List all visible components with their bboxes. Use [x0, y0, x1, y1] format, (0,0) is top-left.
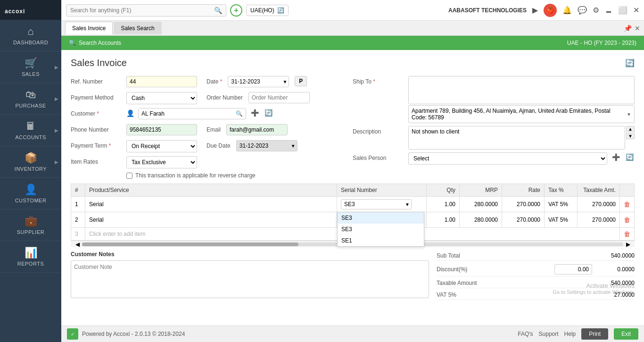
search-accounts-button[interactable]: 🔍 Search Accounts — [69, 40, 121, 46]
print-button[interactable]: Print — [581, 328, 608, 340]
delete-row-button[interactable]: 🗑 — [624, 200, 630, 208]
payment-method-label: Payment Method — [71, 92, 123, 101]
dropdown-item-se3-2[interactable]: SE3 — [338, 224, 424, 235]
date-input[interactable] — [228, 76, 289, 87]
customer-notes-input[interactable] — [71, 260, 429, 298]
settings-icon[interactable]: ⚙ — [593, 6, 599, 15]
sidebar-item-inventory[interactable]: 📦 INVENTORY ▶ — [0, 146, 61, 178]
help-link[interactable]: Help — [564, 331, 576, 337]
tab-close-button[interactable]: ✕ — [635, 25, 640, 32]
row-qty: 1.00 — [427, 197, 460, 212]
invoice-container: Sales Invoice 🔄 Ref. Number Date * ▼ — [61, 50, 644, 325]
faq-link[interactable]: FAQ's — [518, 331, 533, 337]
chevron-right-icon: ▶ — [55, 65, 58, 70]
vat-label: VAT 5% — [437, 292, 456, 298]
close-icon[interactable]: ✕ — [633, 6, 639, 15]
customer-input[interactable] — [139, 108, 233, 119]
scrollbar-thumb[interactable] — [82, 242, 298, 246]
ship-to-input[interactable] — [408, 76, 635, 104]
sub-total-value: 540.0000 — [597, 252, 635, 259]
due-date-input[interactable] — [236, 140, 297, 151]
main-content: 🔍 + UAE(HO) 🔄 AABASOFT TECHNOLOGIES ▶ 🍎 … — [61, 0, 644, 342]
delete-row-button[interactable]: 🗑 — [624, 230, 630, 238]
tab-pin-button[interactable]: 📌 — [624, 25, 632, 32]
dashboard-icon: ⌂ — [27, 25, 33, 38]
avatar: 🍎 — [544, 4, 557, 17]
customer-avatar-icon: 👤 — [126, 108, 134, 117]
dropdown-item-se3-1[interactable]: SE3 — [338, 212, 424, 224]
company-selector[interactable]: UAE(HO) 🔄 — [246, 5, 289, 16]
ship-to-dropdown[interactable]: Apartment 789, Building 456, Al Nuaimiya… — [408, 105, 635, 123]
app-logo: accoxi — [0, 0, 61, 20]
delete-row-button[interactable]: 🗑 — [624, 216, 630, 224]
item-rates-select[interactable]: Tax Exclusive Tax Inclusive — [126, 156, 197, 168]
row-num: 2 — [71, 212, 85, 228]
row-rate: 270.0000 — [502, 197, 545, 212]
exit-button[interactable]: Exit — [614, 328, 638, 340]
sidebar-item-reports[interactable]: 📊 REPORTS — [0, 241, 61, 273]
payment-term-select[interactable]: On Receipt Net 30 — [126, 140, 197, 152]
refresh-button[interactable]: 🔄 — [625, 58, 635, 67]
description-scroll-up[interactable]: ▲ — [626, 126, 635, 132]
email-input[interactable] — [226, 124, 288, 135]
row-serial: ▼ SE3 SE3 SE1 — [337, 197, 427, 212]
ref-number-row: Ref. Number Date * ▼ P — [71, 76, 353, 89]
sidebar-item-label: DASHBOARD — [13, 40, 48, 45]
global-search-box[interactable]: 🔍 — [66, 4, 226, 17]
minimize-icon[interactable]: 🗕 — [605, 6, 612, 15]
tab-sales-invoice[interactable]: Sales Invoice — [65, 22, 113, 34]
tab-label: Sales Invoice — [72, 25, 106, 32]
add-customer-button[interactable]: ➕ — [250, 108, 260, 117]
sidebar-item-sales[interactable]: 🛒 SALES ▶ — [0, 51, 61, 83]
reverse-charge-row: This transaction is applicable for rever… — [71, 172, 353, 179]
col-rate: Rate — [502, 184, 545, 197]
taxable-amount-row: Taxable Amount 540.0000 — [437, 278, 635, 288]
row-taxable: 270.0000 — [578, 197, 620, 212]
scroll-right-btn[interactable]: ▶ — [623, 241, 633, 248]
add-sales-person-button[interactable]: ➕ — [611, 152, 621, 162]
support-link[interactable]: Support — [539, 331, 559, 337]
chat-icon[interactable]: 💬 — [578, 6, 587, 15]
bell-icon[interactable]: 🔔 — [562, 6, 572, 15]
refresh-customer-button[interactable]: 🔄 — [264, 108, 273, 117]
order-number-input[interactable] — [248, 92, 310, 103]
sidebar-item-supplier[interactable]: 💼 SUPPLIER — [0, 209, 61, 241]
sidebar: accoxi ⌂ DASHBOARD 🛒 SALES ▶ 🛍 PURCHASE … — [0, 0, 61, 342]
sidebar-item-purchase[interactable]: 🛍 PURCHASE ▶ — [0, 83, 61, 115]
reverse-charge-checkbox[interactable] — [126, 173, 132, 179]
refresh-sales-person-button[interactable]: 🔄 — [625, 152, 635, 162]
sidebar-item-accounts[interactable]: 🖩 ACCOUNTS ▶ — [0, 115, 61, 146]
dropdown-item-se1[interactable]: SE1 — [338, 235, 424, 246]
calendar-icon: ▼ — [282, 79, 287, 84]
topbar-right: AABASOFT TECHNOLOGIES ▶ 🍎 🔔 💬 ⚙ 🗕 ⬜ ✕ — [448, 4, 639, 17]
row-qty: 1.00 — [427, 212, 460, 228]
scroll-left-btn[interactable]: ◀ — [73, 241, 82, 248]
maximize-icon[interactable]: ⬜ — [618, 6, 627, 15]
customer-search-icon[interactable]: 🔍 — [233, 110, 246, 117]
p-button[interactable]: P — [295, 76, 307, 86]
description-input[interactable]: Not shown to client — [408, 126, 625, 150]
search-icon[interactable]: 🔍 — [214, 7, 222, 14]
refresh-company-icon[interactable]: 🔄 — [277, 7, 284, 14]
sales-person-select[interactable]: Select — [408, 152, 607, 165]
serial-dropdown[interactable]: ▼ — [341, 199, 412, 209]
sidebar-item-customer[interactable]: 👤 CUSTOMER — [0, 178, 61, 209]
serial-dropdown-popup: SE3 SE3 SE1 — [337, 212, 424, 247]
sidebar-item-dashboard[interactable]: ⌂ DASHBOARD — [0, 20, 61, 51]
phone-input[interactable] — [126, 124, 197, 135]
ship-to-row: Ship To * Apartment 789, Building 456, A… — [353, 76, 635, 123]
form-left: Ref. Number Date * ▼ P Payment Method — [71, 76, 353, 179]
tab-sales-search[interactable]: Sales Search — [114, 22, 161, 34]
col-product: Product/Service — [85, 184, 337, 197]
ref-number-input[interactable] — [126, 76, 197, 87]
phone-row: Phone Number Email — [71, 124, 353, 137]
discount-input[interactable] — [554, 264, 592, 275]
chevron-right-icon: ▶ — [532, 6, 538, 15]
add-new-button[interactable]: + — [230, 4, 242, 17]
serial-input[interactable] — [341, 199, 412, 209]
payment-term-label: Payment Term * — [71, 140, 123, 149]
description-scroll-down[interactable]: ▼ — [626, 133, 635, 139]
bottom-section: Customer Notes Sub Total 540.0000 Discou… — [71, 251, 635, 300]
global-search-input[interactable] — [70, 7, 214, 14]
payment-method-select[interactable]: Cash Credit — [126, 92, 197, 104]
